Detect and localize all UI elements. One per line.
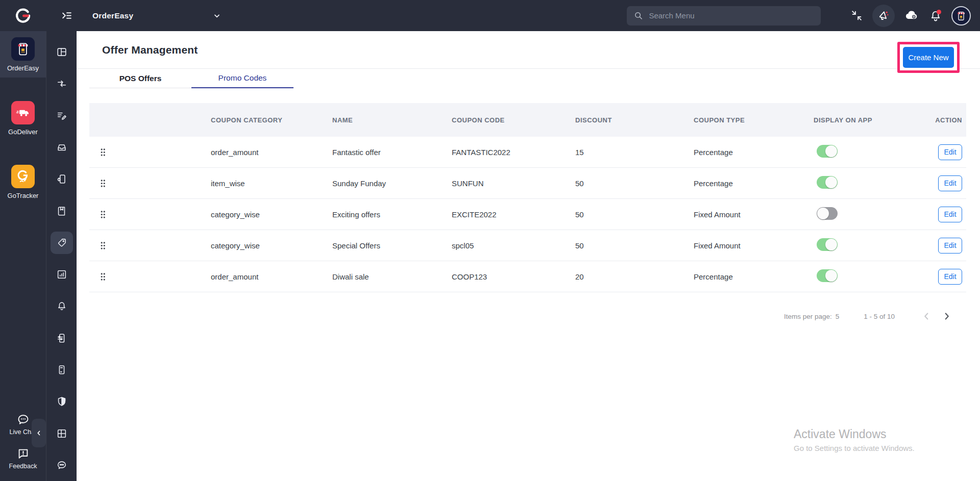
coupon-type-cell: Fixed Amount	[694, 241, 814, 250]
display-on-app-toggle[interactable]	[817, 269, 838, 282]
coupon-name-cell: Exciting offers	[332, 210, 452, 219]
column-header: DISCOUNT	[575, 116, 694, 124]
coupon-code-cell: SUNFUN	[452, 179, 575, 188]
nav-item-alerts-bell[interactable]	[46, 290, 77, 322]
feedback-icon	[16, 447, 30, 461]
sidebar-collapse-button[interactable]	[32, 419, 46, 447]
menu-toggle-icon[interactable]	[60, 9, 73, 22]
nav-item-transfer[interactable]	[46, 68, 77, 99]
drag-handle-icon[interactable]	[89, 179, 211, 188]
support-chat-icon	[51, 454, 73, 476]
nav-item-integrations[interactable]	[46, 322, 77, 354]
coupon-category-cell: order_amount	[211, 148, 332, 157]
items-per-page-value[interactable]: 5	[836, 313, 840, 320]
app-sidebar: OrderEasy GoDeliver GoTrack	[0, 31, 46, 481]
nav-sidebar	[46, 31, 77, 481]
column-header: COUPON CODE	[452, 116, 575, 124]
billing-device-icon	[51, 359, 73, 381]
security-shield-icon	[51, 390, 73, 413]
brand-logo-icon[interactable]	[0, 7, 46, 25]
next-page-button[interactable]	[937, 306, 957, 326]
edit-button[interactable]: Edit	[938, 175, 962, 191]
coupon-category-cell: order_amount	[211, 272, 332, 281]
coupon-name-cell: Diwali sale	[332, 272, 452, 281]
coupon-code-cell: spcl05	[452, 241, 575, 250]
tab-pos-offers[interactable]: POS Offers	[89, 69, 191, 88]
discount-cell: 50	[575, 241, 694, 250]
reports-icon	[51, 263, 73, 286]
coupon-type-cell: Fixed Amount	[694, 210, 814, 219]
nav-item-catalog[interactable]	[46, 195, 77, 226]
items-per-page-label: Items per page:	[784, 313, 832, 320]
coupon-code-cell: FANTASTIC2022	[452, 148, 575, 157]
app-item-godeliver[interactable]: GoDeliver	[0, 95, 46, 141]
drag-handle-icon[interactable]	[89, 272, 211, 282]
app-item-ordereasy[interactable]: OrderEasy	[0, 31, 46, 78]
previous-page-button[interactable]	[916, 306, 937, 326]
discount-cell: 15	[575, 148, 694, 157]
drag-handle-icon[interactable]	[89, 241, 211, 250]
nav-item-offers-tag[interactable]	[46, 227, 77, 259]
coupon-type-cell: Percentage	[694, 179, 814, 188]
notifications-bell-icon[interactable]	[929, 9, 942, 22]
coupon-category-cell: item_wise	[211, 179, 332, 188]
alerts-bell-icon	[51, 295, 73, 317]
discount-cell: 20	[575, 272, 694, 281]
app-label: OrderEasy	[7, 64, 39, 72]
live-chat-icon	[16, 413, 30, 426]
product-switcher[interactable]: OrderEasy	[92, 11, 221, 20]
column-header: COUPON CATEGORY	[211, 116, 332, 124]
table-row: category_wiseSpecial Offersspcl0550Fixed…	[89, 230, 966, 261]
nav-item-layout-grid[interactable]	[46, 417, 77, 449]
table-row: order_amountDiwali saleCOOP12320Percenta…	[89, 261, 966, 292]
feedback-button[interactable]: Feedback	[9, 447, 37, 470]
discount-cell: 50	[575, 210, 694, 219]
column-header: NAME	[332, 116, 452, 124]
app-item-gotracker[interactable]: GoTracker	[0, 159, 46, 205]
nav-item-security-shield[interactable]	[46, 386, 77, 417]
layout-grid-icon	[51, 422, 73, 445]
fullscreen-exit-icon[interactable]	[850, 9, 863, 22]
nav-item-billing-device[interactable]	[46, 354, 77, 386]
dashboard-icon	[51, 41, 73, 63]
product-name: OrderEasy	[92, 11, 133, 20]
search-input[interactable]	[649, 11, 814, 20]
search-icon	[634, 11, 643, 20]
announcements-icon[interactable]	[872, 5, 895, 27]
store-avatar-icon[interactable]	[951, 6, 971, 26]
table-row: item_wiseSunday FundaySUNFUN50Percentage…	[89, 168, 966, 199]
edit-button[interactable]: Edit	[938, 269, 962, 285]
nav-item-order-list[interactable]	[46, 100, 77, 132]
nav-item-inbox[interactable]	[46, 132, 77, 163]
coupon-category-cell: category_wise	[211, 241, 332, 250]
page-title: Offer Management	[102, 44, 198, 56]
edit-button[interactable]: Edit	[938, 144, 962, 160]
nav-item-dashboard[interactable]	[46, 36, 77, 68]
nav-item-support-chat[interactable]	[46, 449, 77, 481]
coupon-type-cell: Percentage	[694, 272, 814, 281]
cloud-sync-icon[interactable]	[904, 8, 920, 23]
display-on-app-toggle[interactable]	[817, 145, 838, 158]
transfer-icon	[51, 72, 73, 95]
app-label: GoTracker	[8, 192, 39, 199]
drag-handle-icon[interactable]	[89, 147, 211, 157]
display-on-app-toggle[interactable]	[817, 176, 838, 189]
edit-button[interactable]: Edit	[938, 238, 962, 254]
tab-promo-codes[interactable]: Promo Codes	[191, 69, 293, 88]
godeliver-app-icon	[11, 101, 35, 124]
drag-handle-icon[interactable]	[89, 210, 211, 219]
toggle-knob	[825, 145, 837, 157]
column-header: DISPLAY ON APP	[814, 116, 934, 124]
highlight-annotation: Create New	[897, 42, 960, 73]
edit-button[interactable]: Edit	[938, 207, 962, 222]
create-new-button[interactable]: Create New	[903, 47, 954, 68]
display-on-app-toggle[interactable]	[817, 207, 838, 220]
chevron-down-icon	[213, 12, 221, 20]
offers-tag-icon	[51, 232, 73, 254]
coupon-code-cell: EXCITE2022	[452, 210, 575, 219]
table-header-row: COUPON CATEGORYNAMECOUPON CODEDISCOUNTCO…	[89, 103, 966, 137]
tab-bar: POS Offers Promo Codes	[89, 69, 980, 88]
nav-item-reports[interactable]	[46, 259, 77, 290]
display-on-app-toggle[interactable]	[817, 238, 838, 251]
nav-item-device-settings[interactable]	[46, 163, 77, 195]
